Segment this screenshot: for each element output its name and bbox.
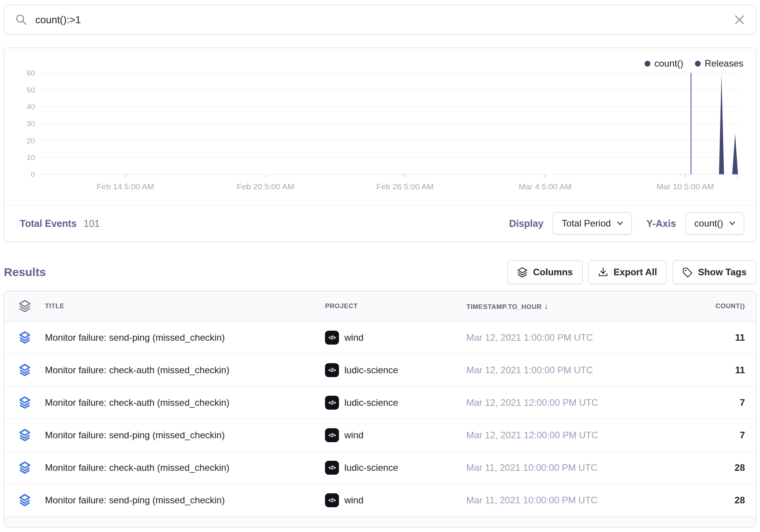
display-dropdown[interactable]: Total Period (553, 212, 632, 235)
events-chart-panel: count() Releases 0102030405060Feb 14 5:0… (4, 48, 756, 242)
event-title-link[interactable]: Monitor failure: check-auth (missed_chec… (45, 462, 325, 473)
platform-code-icon: </> (325, 428, 339, 442)
svg-text:Mar 10 5:00 AM: Mar 10 5:00 AM (657, 182, 714, 191)
layers-icon (517, 267, 528, 278)
timestamp-value: Mar 11, 2021 10:00:00 PM UTC (466, 462, 682, 473)
show-tags-button-label: Show Tags (698, 267, 746, 278)
close-icon[interactable] (734, 14, 745, 25)
platform-code-icon: </> (325, 396, 339, 410)
total-events-value: 101 (84, 218, 100, 229)
project-name[interactable]: wind (344, 495, 363, 506)
count-value: 7 (682, 397, 756, 408)
legend-dot-icon (645, 61, 650, 67)
export-all-button-label: Export All (614, 267, 657, 278)
results-table: TITLE PROJECT TIMESTAMP.TO_HOUR↓ COUNT()… (4, 291, 756, 527)
display-label: Display (509, 218, 543, 229)
yaxis-dropdown[interactable]: count() (685, 212, 744, 235)
legend-dot-icon (695, 61, 701, 67)
count-value: 11 (682, 365, 756, 376)
column-header-project[interactable]: PROJECT (325, 302, 466, 310)
search-query-input[interactable]: count():>1 (35, 14, 734, 26)
timestamp-value: Mar 12, 2021 1:00:00 PM UTC (466, 332, 682, 343)
table-body: Monitor failure: send-ping (missed_check… (4, 321, 756, 517)
svg-text:Feb 20 5:00 AM: Feb 20 5:00 AM (237, 182, 294, 191)
columns-button-label: Columns (533, 267, 573, 278)
svg-text:Feb 26 5:00 AM: Feb 26 5:00 AM (376, 182, 433, 191)
table-row[interactable]: Monitor failure: check-auth (missed_chec… (4, 354, 756, 386)
results-header-row: Results Columns Export All Show Tags (4, 260, 756, 284)
table-row[interactable]: Monitor failure: check-auth (missed_chec… (4, 386, 756, 419)
chevron-down-icon (617, 221, 623, 225)
results-heading: Results (4, 266, 46, 279)
download-icon (598, 267, 608, 277)
column-header-count[interactable]: COUNT() (682, 302, 756, 310)
stack-events-icon[interactable] (19, 461, 31, 474)
event-title-link[interactable]: Monitor failure: check-auth (missed_chec… (45, 397, 325, 408)
project-cell: </> wind (325, 493, 466, 507)
project-cell: </> wind (325, 428, 466, 442)
platform-code-icon: </> (325, 331, 339, 345)
platform-code-icon: </> (325, 461, 339, 475)
count-value: 11 (682, 332, 756, 343)
svg-text:50: 50 (27, 86, 35, 94)
legend-item-releases[interactable]: Releases (695, 58, 743, 69)
event-title-link[interactable]: Monitor failure: check-auth (missed_chec… (45, 365, 325, 376)
tag-icon (682, 267, 693, 278)
svg-text:Mar 4 5:00 AM: Mar 4 5:00 AM (519, 182, 572, 191)
export-all-button[interactable]: Export All (588, 260, 667, 284)
stack-events-header-icon[interactable] (18, 300, 31, 313)
project-name[interactable]: wind (344, 430, 363, 441)
yaxis-label: Y-Axis (647, 218, 676, 229)
chart-footer: Total Events 101 Display Total Period Y-… (4, 205, 756, 242)
stack-events-icon[interactable] (19, 331, 31, 344)
svg-text:30: 30 (27, 120, 35, 128)
project-cell: </> wind (325, 331, 466, 345)
stack-events-icon[interactable] (19, 396, 31, 409)
svg-text:10: 10 (27, 153, 35, 161)
platform-code-icon: </> (325, 493, 339, 507)
chart-legend: count() Releases (645, 58, 743, 69)
events-chart: 0102030405060Feb 14 5:00 AMFeb 20 5:00 A… (4, 48, 755, 206)
table-row[interactable]: Monitor failure: send-ping (missed_check… (4, 484, 756, 517)
table-header-row: TITLE PROJECT TIMESTAMP.TO_HOUR↓ COUNT() (4, 291, 756, 321)
event-title-link[interactable]: Monitor failure: send-ping (missed_check… (45, 430, 325, 441)
svg-text:0: 0 (31, 170, 35, 178)
column-header-timestamp[interactable]: TIMESTAMP.TO_HOUR↓ (466, 301, 682, 311)
legend-label: count() (654, 58, 683, 69)
timestamp-value: Mar 12, 2021 12:00:00 PM UTC (466, 397, 682, 408)
project-name[interactable]: ludic-science (344, 462, 398, 473)
stack-events-icon[interactable] (19, 364, 31, 377)
project-name[interactable]: ludic-science (344, 365, 398, 376)
total-events-label: Total Events (20, 218, 77, 229)
table-footer-strip (4, 517, 756, 527)
display-dropdown-value: Total Period (562, 218, 611, 229)
event-title-link[interactable]: Monitor failure: send-ping (missed_check… (45, 495, 325, 506)
table-row[interactable]: Monitor failure: send-ping (missed_check… (4, 419, 756, 451)
event-title-link[interactable]: Monitor failure: send-ping (missed_check… (45, 332, 325, 343)
project-cell: </> ludic-science (325, 461, 466, 475)
sort-desc-icon: ↓ (544, 301, 548, 311)
search-bar[interactable]: count():>1 (4, 5, 756, 35)
yaxis-dropdown-value: count() (694, 218, 723, 229)
svg-text:60: 60 (27, 69, 35, 77)
chevron-down-icon (729, 221, 735, 225)
show-tags-button[interactable]: Show Tags (672, 260, 756, 284)
project-name[interactable]: wind (344, 332, 363, 343)
search-icon (15, 14, 28, 26)
table-row[interactable]: Monitor failure: check-auth (missed_chec… (4, 451, 756, 484)
columns-button[interactable]: Columns (507, 260, 583, 284)
stack-events-icon[interactable] (19, 429, 31, 442)
column-header-title[interactable]: TITLE (45, 302, 325, 310)
count-value: 7 (682, 430, 756, 441)
project-cell: </> ludic-science (325, 396, 466, 410)
timestamp-value: Mar 12, 2021 1:00:00 PM UTC (466, 365, 682, 376)
count-value: 28 (682, 462, 756, 473)
svg-text:40: 40 (27, 103, 35, 111)
column-header-timestamp-label: TIMESTAMP.TO_HOUR (466, 303, 542, 311)
stack-events-icon[interactable] (19, 494, 31, 507)
table-row[interactable]: Monitor failure: send-ping (missed_check… (4, 321, 756, 354)
count-value: 28 (682, 495, 756, 506)
legend-item-count[interactable]: count() (645, 58, 683, 69)
project-name[interactable]: ludic-science (344, 397, 398, 408)
legend-label: Releases (705, 58, 743, 69)
